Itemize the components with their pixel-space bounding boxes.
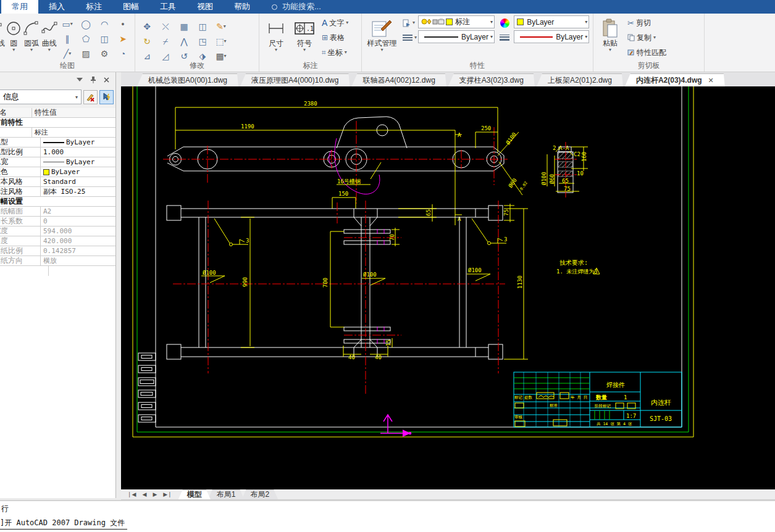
lineweight-combo[interactable]: ByLayer ▾: [514, 30, 589, 43]
mirror-tool-icon[interactable]: ⋀: [175, 34, 193, 49]
svg-text:-0.02: -0.02: [517, 180, 529, 193]
linetype-sample: [424, 36, 458, 38]
trim-tool-icon[interactable]: ⤬: [156, 19, 175, 34]
chevron-down-icon[interactable]: [77, 77, 83, 82]
chevron-down-icon: ▾: [414, 35, 417, 40]
svg-text:1190: 1190: [241, 123, 254, 130]
line-tool-icon[interactable]: ╱▾: [58, 46, 77, 61]
color-swatch: [43, 169, 49, 175]
arc-button[interactable]: 圆弧 ▾: [23, 15, 41, 61]
linetype-combo[interactable]: ByLayer ▾: [418, 30, 495, 43]
svg-text:C2: C2: [574, 151, 580, 157]
svg-text:内连杆: 内连杆: [651, 399, 671, 407]
spline-icon: [41, 18, 57, 39]
prop-text-style: 文本风格Standard: [0, 177, 116, 187]
block-tool-icon[interactable]: ◫: [95, 31, 114, 46]
paste-button[interactable]: 粘贴 ▾: [596, 15, 624, 61]
svg-text:Ø100: Ø100: [363, 272, 377, 278]
parallel-tool-icon[interactable]: ∥: [58, 31, 77, 46]
menu-tab-annotate[interactable]: 标注: [75, 0, 112, 14]
coordinate-button[interactable]: ⌗ 坐标 ▾: [320, 45, 350, 60]
region-tool-icon[interactable]: ◔: [114, 46, 132, 61]
text-button[interactable]: A 文字 ▾: [320, 15, 350, 30]
corner-tool-icon[interactable]: ◳: [193, 34, 212, 49]
menu-bar: 常用 插入 标注 图幅 工具 视图 帮助 功能搜索...: [0, 0, 775, 14]
menu-tab-home[interactable]: 常用: [1, 0, 38, 14]
polygon-tool-icon[interactable]: ⬠: [77, 31, 95, 46]
layout-tab-model[interactable]: 模型: [178, 489, 211, 499]
table-button[interactable]: ⊞ 表格: [320, 30, 350, 45]
last-layout-button[interactable]: ▶❘: [163, 491, 172, 497]
menu-tab-sheet[interactable]: 图幅: [112, 0, 149, 14]
point-tool-icon[interactable]: •: [114, 17, 132, 31]
prev-layout-button[interactable]: ◀: [142, 491, 146, 497]
chevron-down-icon: ▾: [345, 50, 347, 55]
menu-tab-tools[interactable]: 工具: [149, 0, 186, 14]
palette-filter-combo[interactable]: 信息 ▾: [0, 89, 82, 104]
gear-tool-icon[interactable]: ⚙: [95, 46, 114, 61]
color-picker-button[interactable]: [498, 15, 511, 30]
color-combo[interactable]: ByLayer ▾: [514, 15, 589, 28]
edit-cancel-button[interactable]: [83, 90, 98, 104]
copy-button[interactable]: 复制 ▾: [626, 30, 668, 45]
arrow-tool-icon[interactable]: ➤: [114, 31, 132, 46]
prop-sheet-size: 图纸幅面A2: [0, 207, 116, 217]
prop-linetype-scale: 线型比例1.000: [0, 148, 116, 157]
next-layout-button[interactable]: ▶: [153, 491, 157, 497]
curve-tool-icon[interactable]: ◠: [95, 17, 114, 31]
cut-button[interactable]: ✂ 剪切: [626, 15, 668, 30]
arc-icon: [23, 18, 40, 39]
svg-text:250: 250: [481, 125, 491, 131]
lineweight-list-button[interactable]: [498, 30, 511, 45]
hatch-tool-icon[interactable]: ▨: [77, 46, 95, 61]
doc-tab-2[interactable]: 液压原理图A4(000)10.dwg: [240, 73, 350, 86]
command-bar[interactable]: 行 ]开 AutoCAD 2007 Drawing 文件: [0, 500, 775, 532]
drawing-canvas[interactable]: 2380 1190 250 150 A A 16号槽钢 Ø100 Ø60 -0.…: [121, 86, 775, 489]
close-icon[interactable]: [104, 77, 109, 83]
stretch-tool-icon[interactable]: ⬚▾: [212, 34, 230, 49]
layout-tab-1[interactable]: 布局1: [208, 489, 245, 499]
doc-tab-5[interactable]: 上板架A2(01)2.dwg: [537, 73, 623, 86]
pin-icon[interactable]: [90, 77, 96, 83]
copy-tool-icon[interactable]: ◫: [193, 19, 212, 34]
rotate-tool-icon[interactable]: ↻: [138, 34, 156, 49]
spline-button[interactable]: 曲线 ▾: [40, 15, 58, 61]
match-properties-button[interactable]: 特性匹配: [626, 45, 668, 60]
edit-tool-icon[interactable]: ✎▾: [212, 19, 230, 34]
svg-text:审核: 审核: [514, 415, 523, 420]
doc-tab-1[interactable]: 机械总装图A0(00)1.dwg: [137, 73, 238, 86]
prop-color: 颜色ByLayer: [0, 167, 116, 177]
first-layout-button[interactable]: ❘◀: [127, 491, 136, 497]
doc-tab-3[interactable]: 联轴器A4(002)12.dwg: [351, 73, 446, 86]
rectangle-tool-icon[interactable]: ▭▾: [58, 17, 77, 31]
style-manager-button[interactable]: 样式管理 ▾: [364, 15, 400, 61]
layer-combo[interactable]: 标注 ▾: [418, 15, 495, 28]
doc-tab-6-active[interactable]: 内连杆A2(03)4.dwg ✕: [625, 73, 725, 86]
ribbon: 多段线 ▾ 圆 ▾ 圆弧 ▾ 曲线 ▾: [0, 14, 775, 72]
quick-select-button[interactable]: [99, 90, 114, 104]
menu-tab-insert[interactable]: 插入: [38, 0, 75, 14]
close-icon[interactable]: ✕: [708, 77, 714, 85]
menu-tab-view[interactable]: 视图: [186, 0, 224, 14]
array-tool-icon[interactable]: ▦: [175, 19, 193, 34]
polyline-button[interactable]: 多段线 ▾: [0, 15, 5, 61]
insert-style-button[interactable]: ▾: [401, 15, 417, 30]
layout-tab-2[interactable]: 布局2: [241, 489, 278, 499]
break-tool-icon[interactable]: ⌿: [156, 34, 175, 49]
linetype-manager-button[interactable]: ▾: [401, 30, 417, 45]
cursor-lightning-icon: [102, 93, 111, 102]
svg-text:65: 65: [562, 178, 569, 184]
move-tool-icon[interactable]: ✥: [138, 19, 156, 34]
menu-tab-help[interactable]: 帮助: [224, 0, 261, 14]
symbol-button[interactable]: .1 符号 ▾: [290, 15, 319, 61]
doc-tab-4[interactable]: 支撑柱A3(02)3.dwg: [448, 73, 535, 86]
dimension-button[interactable]: 尺寸 ▾: [262, 15, 290, 61]
section-current-properties: 当前特性: [0, 118, 116, 128]
circle-button[interactable]: 圆 ▾: [5, 15, 23, 61]
function-search[interactable]: 功能搜索...: [272, 0, 321, 14]
svg-text:技术要求:: 技术要求:: [559, 259, 588, 266]
svg-text:焊接件: 焊接件: [606, 381, 625, 388]
svg-text:65: 65: [425, 209, 432, 216]
ellipse-tool-icon[interactable]: ◯: [77, 17, 95, 31]
command-input-line[interactable]: ]开 AutoCAD 2007 Drawing 文件: [0, 518, 127, 530]
